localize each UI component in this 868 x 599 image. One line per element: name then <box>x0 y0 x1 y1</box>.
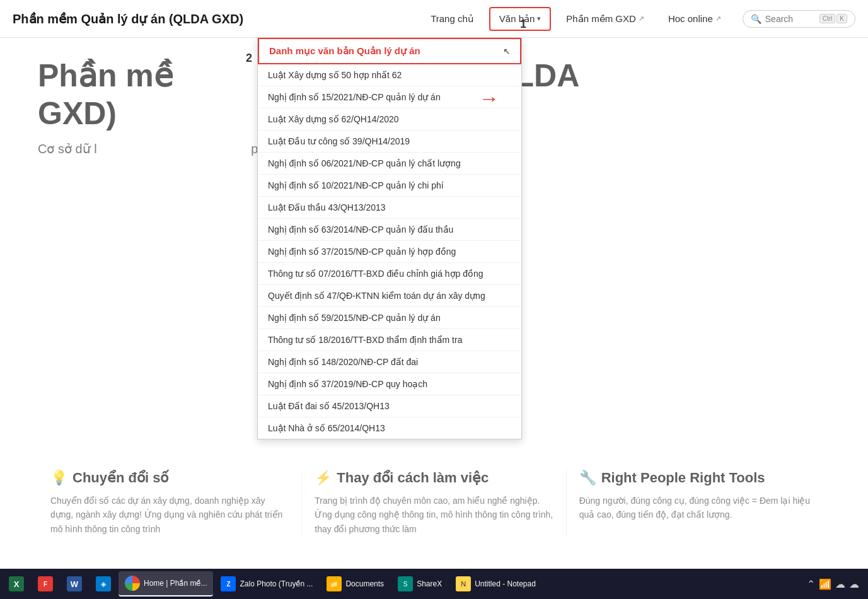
dropdown-item[interactable]: Nghị định số 148/2020/NĐ-CP đất đai <box>258 351 521 373</box>
nav-phanmem[interactable]: Phần mềm GXD ↗ <box>557 8 653 30</box>
nav-hoconline[interactable]: Hoc online ↗ <box>659 8 730 29</box>
taskbar-notepad[interactable]: N Untitled - Notepad <box>449 571 542 596</box>
search-icon: 🔍 <box>751 14 761 24</box>
dropdown-item[interactable]: Luật Nhà ở số 65/2014/QH13 <box>258 417 521 439</box>
taskbar-notepad-label: Untitled - Notepad <box>475 579 536 588</box>
dropdown-item[interactable]: Luật Đấu thầu 43/QH13/2013 <box>258 197 521 219</box>
taskbar-vscode[interactable]: ◈ <box>90 571 117 596</box>
dropdown-item[interactable]: Quyết định số 47/QĐ-KTNN kiểm toán dự án… <box>258 285 521 307</box>
chevron-down-icon: ▾ <box>537 15 541 23</box>
external-link-icon: ↗ <box>715 15 721 23</box>
foxit-icon: F <box>38 576 53 591</box>
vscode-icon: ◈ <box>96 576 111 591</box>
dropdown-item[interactable]: Luật Đầu tư công số 39/QH14/2019 <box>258 131 521 153</box>
nav-home[interactable]: Trang chủ <box>422 8 483 30</box>
taskbar-chrome-label: Home | Phần mề... <box>144 579 207 588</box>
red-arrow-icon: ← <box>479 87 499 110</box>
sharex-icon: S <box>398 576 413 591</box>
annotation-2: 2 <box>246 52 252 65</box>
dropdown-item[interactable]: Thông tư số 18/2016/TT-BXD thẩm định thẩ… <box>258 329 521 351</box>
dropdown-item[interactable]: Luật Xây dựng số 62/QH14/2020 <box>258 108 521 131</box>
dropdown-item[interactable]: Nghị định số 06/2021/NĐ-CP quản lý chất … <box>258 153 521 175</box>
dropdown-item[interactable]: Nghị định số 10/2021/NĐ-CP quản lý chi p… <box>258 175 521 197</box>
documents-icon: 📁 <box>327 576 342 591</box>
taskbar-chrome[interactable]: Home | Phần mề... <box>119 571 213 596</box>
feature-text-1: Chuyển đổi số các dự án xây dựng, doanh … <box>50 494 289 536</box>
dropdown-item[interactable]: Nghị định số 59/2015/NĐ-CP quản lý dự án <box>258 307 521 329</box>
dropdown-item[interactable]: Thông tư số 07/2016/TT-BXD điều chỉnh gi… <box>258 263 521 285</box>
navbar: Phần mềm Quản lý dự án (QLDA GXD) Trang … <box>0 0 868 38</box>
taskbar-sharex-label: ShareX <box>417 579 442 588</box>
annotation-1: 1 <box>520 18 526 31</box>
tray-arrow-icon[interactable]: ⌃ <box>807 578 815 590</box>
taskbar-sharex[interactable]: S ShareX <box>391 571 448 596</box>
nav-items: Trang chủ Văn bản ▾ Phần mềm GXD ↗ Hoc o… <box>422 7 855 31</box>
cloud-icon[interactable]: ☁ <box>835 578 845 590</box>
keyboard-hint: Ctrl K <box>819 14 847 23</box>
tools-icon: 🔧 <box>579 470 596 486</box>
dropdown-item[interactable]: Nghị định số 63/2014/NĐ-CP quản lý đấu t… <box>258 219 521 241</box>
feature-text-2: Trang bị trình độ chuyên môn cao, am hiể… <box>315 494 553 536</box>
feature-col-3: 🔧 Right People Right Tools Đúng người, đ… <box>567 470 830 536</box>
network-icon[interactable]: 📶 <box>819 578 831 590</box>
notepad-icon: N <box>456 576 471 591</box>
search-box[interactable]: 🔍 Ctrl K <box>743 10 855 28</box>
cursor-icon: ↖ <box>503 47 510 56</box>
taskbar-zalo-label: Zalo Photo (Truyền ... <box>240 579 313 588</box>
word-icon: W <box>67 576 82 591</box>
taskbar: X F W ◈ Home | Phần mề... Z Zalo Photo (… <box>0 569 868 599</box>
chrome-icon <box>125 576 140 591</box>
taskbar-word[interactable]: W <box>61 571 88 596</box>
cloud2-icon[interactable]: ☁ <box>849 578 859 590</box>
feature-title-1: 💡 Chuyển đổi số <box>50 470 289 486</box>
dropdown-item[interactable]: Nghị định số 37/2019/NĐ-CP quy hoạch <box>258 373 521 395</box>
taskbar-tray: ⌃ 📶 ☁ ☁ <box>801 578 865 590</box>
taskbar-docs[interactable]: 📁 Documents <box>320 571 390 596</box>
taskbar-zalo[interactable]: Z Zalo Photo (Truyền ... <box>214 571 319 596</box>
excel-icon: X <box>9 576 24 591</box>
taskbar-docs-label: Documents <box>345 579 384 588</box>
search-input[interactable] <box>765 14 816 24</box>
brand: Phần mềm Quản lý dự án (QLDA GXD) <box>13 11 243 26</box>
dropdown-item[interactable]: Luật Đất đai số 45/2013/QH13 <box>258 395 521 417</box>
taskbar-foxit[interactable]: F <box>32 571 59 596</box>
feature-text-3: Đúng người, đúng công cụ, đúng công việc… <box>579 494 818 522</box>
features-section: 💡 Chuyển đổi số Chuyển đổi số các dự án … <box>0 445 868 561</box>
feature-col-2: ⚡ Thay đổi cách làm việc Trang bị trình … <box>302 470 566 536</box>
dropdown-header[interactable]: Danh mục văn bản Quản lý dự án ↖ <box>258 38 521 64</box>
taskbar-excel[interactable]: X <box>3 571 30 596</box>
lightning-icon: ⚡ <box>315 470 332 486</box>
feature-title-2: ⚡ Thay đổi cách làm việc <box>315 470 553 486</box>
external-link-icon: ↗ <box>639 15 644 23</box>
zalo-icon: Z <box>221 576 236 591</box>
feature-col-1: 💡 Chuyển đổi số Chuyển đổi số các dự án … <box>38 470 302 536</box>
dropdown-item[interactable]: Nghị định số 37/2015/NĐ-CP quản lý hợp đ… <box>258 241 521 263</box>
lightbulb-icon: 💡 <box>50 470 67 486</box>
feature-title-3: 🔧 Right People Right Tools <box>579 470 818 486</box>
dropdown-item[interactable]: Luật Xây dựng số 50 hợp nhất 62 <box>258 64 521 86</box>
